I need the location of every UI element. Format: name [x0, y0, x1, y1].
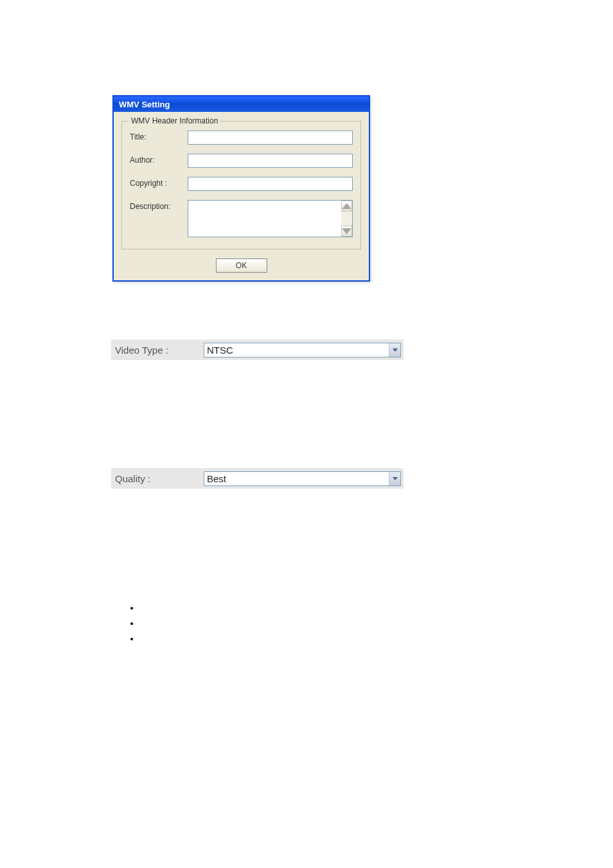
copyright-input[interactable] [188, 177, 353, 191]
copyright-label: Copyright : [130, 177, 188, 188]
description-field-wrap [188, 200, 353, 237]
description-label: Description: [130, 200, 188, 211]
chevron-down-icon [389, 343, 400, 357]
author-input[interactable] [188, 154, 353, 168]
dialog-body: WMV Header Information Title: Author: Co… [114, 112, 369, 280]
svg-marker-1 [342, 228, 351, 234]
dialog-title: WMV Setting [119, 100, 170, 109]
video-type-select[interactable]: NTSC [204, 343, 401, 357]
list-item [139, 603, 613, 612]
copyright-row: Copyright : [130, 177, 353, 191]
quality-select[interactable]: Best [204, 471, 401, 486]
description-row: Description: [130, 200, 353, 237]
ok-button[interactable]: OK [216, 258, 267, 273]
description-scrollbar[interactable] [341, 201, 352, 237]
quality-label: Quality : [115, 473, 204, 484]
list-item [139, 619, 613, 628]
video-type-label: Video Type : [115, 345, 204, 356]
button-row: OK [121, 256, 361, 273]
video-type-row: Video Type : NTSC [111, 339, 404, 360]
svg-marker-3 [393, 477, 398, 480]
video-type-value: NTSC [204, 345, 389, 356]
scroll-down-icon[interactable] [341, 226, 352, 237]
title-input[interactable] [188, 131, 353, 145]
quality-row: Quality : Best [111, 468, 404, 489]
dialog-titlebar: WMV Setting [114, 96, 369, 112]
title-label: Title: [130, 131, 188, 141]
bullet-list [139, 603, 613, 643]
quality-value: Best [204, 473, 389, 484]
title-row: Title: [130, 131, 353, 145]
author-label: Author: [130, 154, 188, 165]
list-item [139, 634, 613, 643]
groupbox-legend: WMV Header Information [129, 116, 220, 125]
author-row: Author: [130, 154, 353, 168]
svg-marker-0 [342, 203, 351, 209]
chevron-down-icon [389, 472, 400, 485]
description-input[interactable] [188, 201, 341, 237]
header-info-groupbox: WMV Header Information Title: Author: Co… [121, 121, 361, 249]
scroll-up-icon[interactable] [341, 201, 352, 212]
svg-marker-2 [393, 348, 398, 352]
wmv-setting-dialog: WMV Setting WMV Header Information Title… [112, 95, 370, 282]
